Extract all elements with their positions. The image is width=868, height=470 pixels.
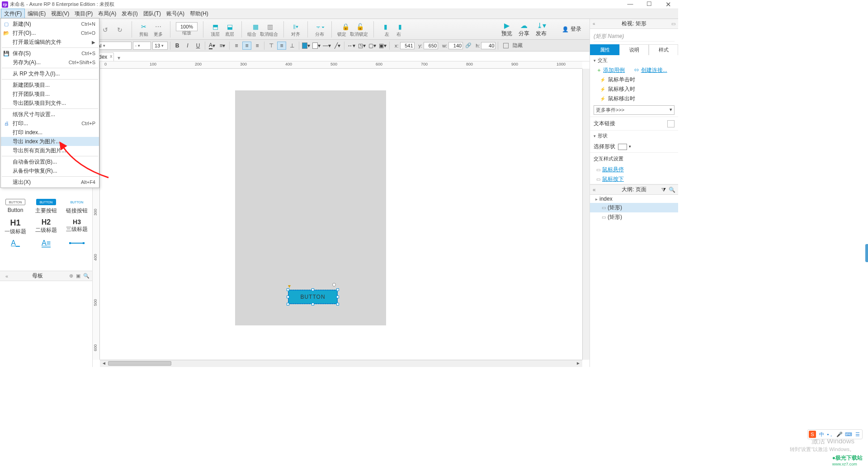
file-menu-item[interactable]: 打印 index... xyxy=(1,128,99,137)
publish-button[interactable]: ⤓▾发布 xyxy=(536,21,547,38)
event-click[interactable]: ⚡鼠标单击时 xyxy=(590,75,678,85)
file-menu-item[interactable]: 导出所有页面为图片... xyxy=(1,146,99,155)
close-button[interactable]: ✕ xyxy=(663,0,674,9)
inspector-collapse-icon[interactable]: « xyxy=(593,21,595,26)
shape-picker[interactable] xyxy=(618,144,627,150)
hscrollbar[interactable]: ◄ ► xyxy=(100,360,582,367)
valign-b-button[interactable]: ⊥ xyxy=(288,42,297,50)
hscroll-right-icon[interactable]: ► xyxy=(575,361,581,366)
menu-view[interactable]: 视图(V) xyxy=(48,9,72,19)
canvas[interactable]: 0100200300400500600700800900100011001200… xyxy=(93,61,590,367)
fillcolor-button[interactable]: ▾ xyxy=(302,42,311,50)
file-menu-item[interactable]: 打开最近编辑的文件▶ xyxy=(1,38,99,47)
close-tab-icon[interactable]: x xyxy=(110,54,112,59)
tab-style[interactable]: 样式 xyxy=(649,44,678,55)
minimize-button[interactable]: — xyxy=(625,0,636,9)
outline-search-icon[interactable]: 🔍 xyxy=(669,187,675,193)
file-menu-item[interactable]: 导出 index 为图片... xyxy=(1,137,99,146)
event-mouseleave[interactable]: ⚡鼠标移出时 xyxy=(590,94,678,103)
file-menu-item[interactable]: 💾保存(S)Ctrl+S xyxy=(1,49,99,58)
bold-button[interactable]: B xyxy=(173,42,182,50)
undo-button[interactable]: ↺ xyxy=(99,24,112,36)
file-menu-item[interactable]: 新建团队项目... xyxy=(1,80,99,89)
more-events-select[interactable]: 更多事件>>> xyxy=(594,105,675,115)
selected-button-widget[interactable]: BUTTON xyxy=(288,290,338,304)
linestyle-button[interactable]: ╱▾ xyxy=(333,42,342,50)
text-link-box[interactable] xyxy=(667,120,675,127)
menu-team[interactable]: 团队(T) xyxy=(141,9,164,19)
file-menu-item[interactable]: ▢新建(N)Ctrl+N xyxy=(1,19,99,28)
login-button[interactable]: 👤登录 xyxy=(562,25,581,33)
widget-h1[interactable]: H1一级标题 xyxy=(2,218,29,235)
align-r-button[interactable]: ≡ xyxy=(253,42,262,50)
fontweight-select[interactable]: · xyxy=(133,42,151,50)
valign-t-button[interactable]: ⊤ xyxy=(267,42,276,50)
y-input[interactable] xyxy=(424,42,438,49)
inspector-popout-icon[interactable]: ▭ xyxy=(671,21,675,26)
bullets-button[interactable]: ≡▾ xyxy=(218,42,227,50)
widget-hline[interactable] xyxy=(63,239,90,247)
linewidth-button[interactable]: —▾ xyxy=(322,42,331,50)
file-menu-item[interactable]: 另存为(A)...Ctrl+Shift+S xyxy=(1,58,99,67)
font-select[interactable]: al xyxy=(95,42,132,50)
resize-handle-w[interactable] xyxy=(287,296,289,298)
widget-paragraph[interactable]: A≡ xyxy=(33,239,60,247)
preview-button[interactable]: ▶预览 xyxy=(501,21,512,38)
resize-handle-n[interactable] xyxy=(311,288,314,291)
hscroll-left-icon[interactable]: ◄ xyxy=(101,361,107,366)
menu-layout[interactable]: 布局(A) xyxy=(95,9,119,19)
masters-folder-icon[interactable]: ▣ xyxy=(76,273,80,279)
shadow-in-button[interactable]: ▣▾ xyxy=(378,42,387,50)
resize-handle-sw[interactable] xyxy=(287,303,289,306)
fontcolor-button[interactable]: A▾ xyxy=(208,42,217,50)
menu-project[interactable]: 项目(P) xyxy=(72,9,95,19)
resize-handle-s[interactable] xyxy=(311,303,314,306)
maximize-button[interactable]: ☐ xyxy=(644,0,655,9)
rotate-handle[interactable] xyxy=(332,283,336,287)
file-menu-item[interactable]: 打开团队项目... xyxy=(1,89,99,99)
redo-button[interactable]: ↻ xyxy=(113,24,126,36)
section-interactions[interactable]: 交互 xyxy=(590,55,678,66)
share-button[interactable]: ☁分享 xyxy=(519,21,529,38)
widget-link-button[interactable]: BUTTON链接按钮 xyxy=(63,199,90,215)
outline-row[interactable]: ▭(矩形) xyxy=(590,203,678,212)
fontsize-select[interactable]: 13 xyxy=(152,42,168,50)
hide-checkbox[interactable] xyxy=(503,43,509,48)
arrowstyle-button[interactable]: ↔▾ xyxy=(347,42,356,50)
masters-add-icon[interactable]: ⊕ xyxy=(69,273,73,279)
add-case-link[interactable]: 添加用例 xyxy=(603,67,625,73)
outline-row[interactable]: ▭(矩形) xyxy=(590,212,678,222)
add-tab-button[interactable]: ▾ xyxy=(115,55,123,61)
widget-label[interactable]: A_ xyxy=(2,239,29,247)
hscroll-thumb[interactable] xyxy=(108,361,171,366)
event-mouseenter[interactable]: ⚡鼠标移入时 xyxy=(590,85,678,94)
tab-properties[interactable]: 属性 xyxy=(590,44,619,55)
align-c-button[interactable]: ≡ xyxy=(242,42,251,50)
resize-handle-ne[interactable] xyxy=(336,288,339,291)
create-link-link[interactable]: 创建连接... xyxy=(641,67,667,73)
file-menu-item[interactable]: 退出(X)Alt+F4 xyxy=(1,178,99,187)
linecolor-button[interactable]: ▾ xyxy=(312,42,321,50)
menu-help[interactable]: 帮助(H) xyxy=(187,9,211,19)
corner-button[interactable]: ◳▾ xyxy=(357,42,366,50)
menu-publish[interactable]: 发布(I) xyxy=(119,9,140,19)
file-menu-item[interactable]: 自动备份设置(B)... xyxy=(1,157,99,166)
underline-button[interactable]: U xyxy=(193,42,203,50)
widget-name-input[interactable]: (矩形 Name) xyxy=(594,32,675,42)
file-menu-item[interactable]: 🖨打印...Ctrl+P xyxy=(1,119,99,128)
vscrollbar[interactable] xyxy=(582,69,590,360)
italic-button[interactable]: I xyxy=(183,42,192,50)
resize-handle-se[interactable] xyxy=(336,303,339,306)
file-menu-item[interactable]: 从备份中恢复(R)... xyxy=(1,166,99,175)
masters-search-icon[interactable]: 🔍 xyxy=(83,273,90,279)
shadow-out-button[interactable]: ▢▾ xyxy=(368,42,377,50)
resize-handle-e[interactable] xyxy=(336,296,339,298)
w-input[interactable] xyxy=(448,42,463,49)
file-menu-item[interactable]: 从 RP 文件导入(I)... xyxy=(1,69,99,78)
file-menu-item[interactable]: 纸张尺寸与设置... xyxy=(1,110,99,119)
align-l-button[interactable]: ≡ xyxy=(232,42,241,50)
outline-collapse-icon[interactable]: « xyxy=(593,187,596,193)
style-hover-link[interactable]: 鼠标悬停 xyxy=(602,166,624,173)
tab-notes[interactable]: 说明 xyxy=(619,44,649,55)
style-pressed-link[interactable]: 鼠标按下 xyxy=(602,176,624,182)
